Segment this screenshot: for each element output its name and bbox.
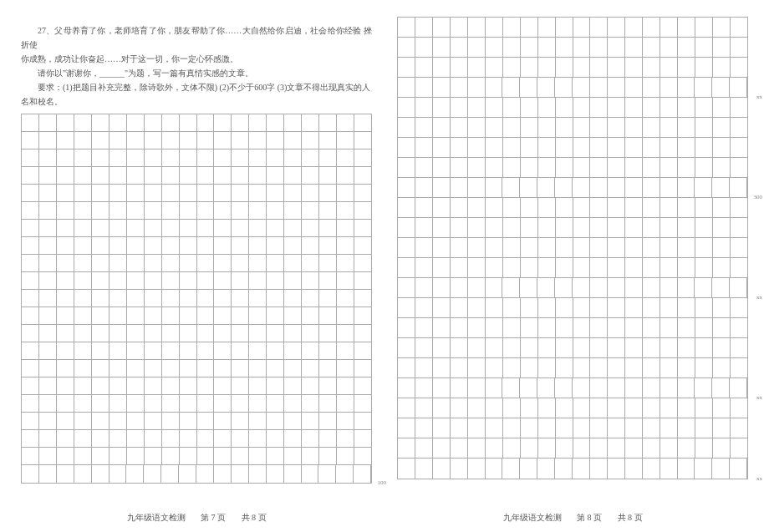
grid-cell	[521, 98, 538, 117]
grid-cell	[556, 18, 573, 37]
grid-cell	[214, 342, 232, 359]
grid-row	[398, 318, 747, 338]
grid-cell	[232, 149, 249, 166]
grid-cell	[284, 237, 302, 254]
grid-cell	[608, 238, 625, 257]
grid-cell	[731, 18, 747, 37]
grid-cell	[695, 298, 713, 317]
grid-cell	[415, 138, 433, 157]
grid-cell	[39, 149, 57, 166]
grid-cell	[608, 298, 625, 317]
grid-cell	[284, 255, 302, 271]
grid-cell	[451, 298, 468, 317]
footer-left: 九年级语文检测 第 7 页 共 8 页	[21, 500, 372, 524]
grid-cell	[214, 465, 232, 483]
grid-cell	[712, 78, 730, 97]
prompt-text-2: 你成熟，成功让你奋起……对于这一切，你一定心怀感激。	[21, 54, 238, 63]
grid-cell	[39, 430, 57, 447]
grid-cell	[625, 318, 643, 337]
grid-cell	[39, 465, 57, 483]
grid-cell	[39, 448, 57, 464]
grid-cell	[451, 198, 468, 217]
grid-cell	[145, 167, 162, 184]
grid-cell	[625, 158, 643, 177]
grid-cell	[249, 220, 267, 236]
grid-cell	[354, 307, 371, 324]
grid-cell	[503, 98, 521, 117]
char-count-marker: xx	[756, 394, 762, 401]
grid-cell	[22, 307, 39, 324]
grid-cell	[415, 158, 433, 177]
grid-cell	[433, 358, 451, 377]
grid-cell	[337, 202, 354, 219]
grid-cell	[451, 338, 468, 357]
grid-cell	[695, 258, 713, 277]
grid-cell	[127, 132, 145, 149]
grid-cell	[433, 398, 451, 418]
grid-cell	[39, 220, 57, 236]
grid-cell	[713, 118, 731, 137]
grid-cell	[590, 118, 608, 137]
grid-cell	[451, 18, 468, 37]
grid-cell	[161, 465, 179, 483]
grid-cell	[197, 377, 215, 394]
grid-cell	[197, 272, 215, 289]
grid-row	[22, 237, 371, 255]
grid-row	[398, 38, 747, 58]
grid-cell	[573, 18, 591, 37]
grid-cell	[74, 255, 92, 271]
grid-cell	[249, 395, 267, 412]
grid-cell	[109, 237, 127, 254]
grid-cell	[433, 438, 451, 458]
grid-cell	[302, 360, 319, 377]
grid-cell	[144, 465, 161, 483]
grid-cell	[486, 98, 503, 117]
grid-cell	[521, 418, 538, 438]
grid-cell	[319, 149, 337, 166]
grid-cell	[109, 448, 127, 464]
grid-cell	[354, 342, 371, 359]
grid-cell	[319, 167, 337, 184]
writing-grid-right-container: xx300xxxxxx	[397, 17, 748, 489]
grid-cell	[556, 238, 573, 257]
grid-cell	[468, 338, 486, 357]
grid-cell	[556, 98, 573, 117]
grid-cell	[398, 38, 415, 57]
grid-cell	[643, 338, 660, 357]
grid-cell	[573, 138, 591, 157]
grid-cell	[608, 258, 625, 277]
grid-cell	[162, 255, 180, 271]
grid-cell	[284, 360, 302, 377]
grid-cell	[713, 258, 731, 277]
grid-cell	[537, 378, 555, 398]
grid-cell	[538, 158, 556, 177]
grid-cell	[180, 360, 197, 377]
grid-cell	[92, 220, 109, 236]
grid-cell	[196, 465, 214, 483]
grid-cell	[145, 114, 162, 131]
grid-cell	[502, 278, 520, 297]
grid-cell	[109, 430, 127, 447]
grid-cell	[625, 138, 643, 157]
grid-cell	[398, 278, 415, 297]
grid-cell	[127, 202, 145, 219]
grid-cell	[573, 218, 591, 237]
grid-cell	[109, 272, 127, 289]
writing-grid-right: xx300xxxxxx	[397, 17, 748, 479]
grid-cell	[197, 185, 215, 201]
grid-cell	[284, 413, 302, 429]
grid-cell	[127, 237, 145, 254]
grid-cell	[92, 149, 109, 166]
grid-cell	[731, 258, 747, 277]
grid-cell	[267, 114, 284, 131]
grid-cell	[678, 459, 695, 479]
grid-cell	[74, 290, 92, 307]
grid-cell	[197, 220, 215, 236]
grid-cell	[197, 413, 215, 429]
char-count-marker: xx	[756, 475, 762, 482]
grid-row	[398, 298, 747, 318]
grid-cell	[398, 198, 415, 217]
grid-cell	[249, 413, 267, 429]
grid-cell	[486, 378, 503, 398]
grid-cell	[92, 360, 109, 377]
